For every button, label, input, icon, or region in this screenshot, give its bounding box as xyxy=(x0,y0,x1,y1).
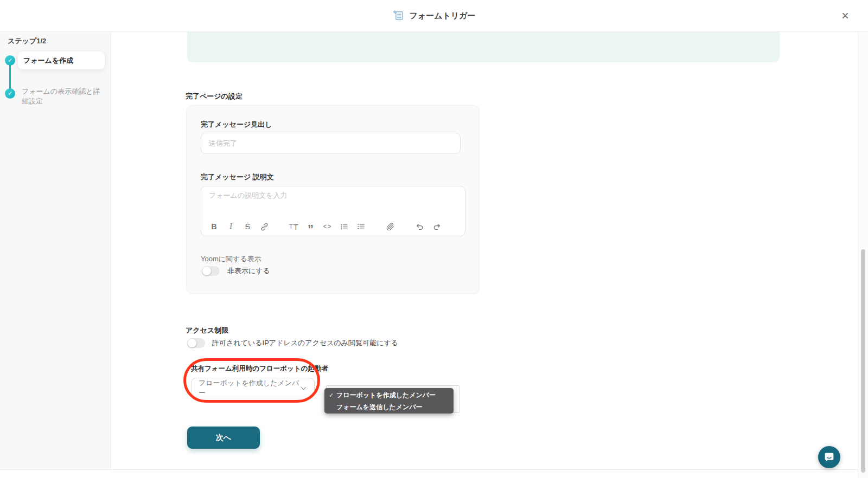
initiator-label: 共有フォーム利用時のフローボットの起動者 xyxy=(191,364,328,373)
heading-icon[interactable]: TT xyxy=(288,221,299,232)
yoom-display-label: Yoomに関する表示 xyxy=(201,254,261,264)
completion-settings-card: 完了メッセージ見出し 完了メッセージ 説明文 フォームの説明文を入力 B I S… xyxy=(186,105,480,294)
chat-bubble-icon xyxy=(824,451,835,463)
undo-icon[interactable] xyxy=(414,221,425,232)
scrollbar-thumb[interactable] xyxy=(861,249,865,473)
yoom-hide-toggle[interactable] xyxy=(202,266,220,276)
initiator-selected-value: フローボットを作成したメンバー xyxy=(199,378,300,398)
access-restriction-heading: アクセス制限 xyxy=(186,326,228,335)
access-toggle-label: 許可されているIPアドレスのアクセスのみ閲覧可能にする xyxy=(212,338,398,348)
scrolled-banner-remainder xyxy=(187,32,780,62)
strikethrough-icon[interactable]: S xyxy=(242,221,253,232)
italic-icon[interactable]: I xyxy=(225,221,237,232)
step-connector-line xyxy=(9,64,11,89)
yoom-toggle-label: 非表示にする xyxy=(227,266,270,276)
step-counter: ステップ1/2 xyxy=(8,36,46,46)
access-toggle-row: 許可されているIPアドレスのアクセスのみ閲覧可能にする xyxy=(187,338,398,348)
link-icon[interactable] xyxy=(259,221,270,232)
toggle-knob xyxy=(202,267,211,275)
bullet-list-icon[interactable] xyxy=(339,221,350,232)
sidebar-item-create-form[interactable]: フォームを作成 xyxy=(18,51,105,69)
bold-icon[interactable]: B xyxy=(208,221,220,232)
modal-title: フォームトリガー xyxy=(392,10,475,22)
message-title-label: 完了メッセージ見出し xyxy=(201,120,272,130)
ip-restriction-toggle[interactable] xyxy=(187,338,205,348)
chat-widget-button[interactable] xyxy=(818,446,840,468)
form-document-icon xyxy=(392,10,404,22)
option-label: フローボットを作成したメンバー xyxy=(336,391,436,400)
scrollbar-track[interactable] xyxy=(858,32,868,478)
toggle-knob xyxy=(188,339,196,347)
initiator-options-popup: ✓ フローボットを作成したメンバー フォームを送信したメンバー xyxy=(324,388,454,414)
option-flowbot-creator[interactable]: ✓ フローボットを作成したメンバー xyxy=(324,389,454,401)
steps-sidebar: ステップ1/2 ✓ ✓ フォームを作成 フォームの表示確認と詳細設定 xyxy=(0,32,111,470)
option-form-submitter[interactable]: フォームを送信したメンバー xyxy=(324,401,454,413)
step2-check-icon: ✓ xyxy=(5,88,15,99)
message-body-editor[interactable]: フォームの説明文を入力 B I S TT ” <> xyxy=(201,186,465,236)
chevron-down-icon xyxy=(300,385,307,392)
modal-title-text: フォームトリガー xyxy=(409,11,475,21)
option-label: フォームを送信したメンバー xyxy=(336,403,423,412)
yoom-toggle-row: 非表示にする xyxy=(202,266,270,276)
completion-page-heading: 完了ページの設定 xyxy=(186,92,242,101)
form-trigger-modal: フォームトリガー × ステップ1/2 ✓ ✓ フォームを作成 フォームの表示確認… xyxy=(0,0,868,478)
check-icon: ✓ xyxy=(329,392,336,399)
editor-placeholder: フォームの説明文を入力 xyxy=(209,191,288,201)
sidebar-item-preview-settings[interactable]: フォームの表示確認と詳細設定 xyxy=(22,87,102,106)
code-icon[interactable]: <> xyxy=(322,221,333,232)
message-body-label: 完了メッセージ 説明文 xyxy=(201,172,274,182)
editor-toolbar: B I S TT ” <> xyxy=(208,221,448,232)
ordered-list-icon[interactable] xyxy=(355,221,367,232)
message-title-input[interactable] xyxy=(201,133,461,154)
close-icon[interactable]: × xyxy=(837,7,854,24)
quote-icon[interactable]: ” xyxy=(305,221,316,232)
attachment-icon[interactable] xyxy=(385,221,396,232)
redo-icon[interactable] xyxy=(431,221,442,232)
modal-header: フォームトリガー × xyxy=(0,0,868,32)
next-button[interactable]: 次へ xyxy=(187,427,260,449)
page-bottom-edge xyxy=(0,469,868,478)
initiator-select[interactable]: フローボットを作成したメンバー xyxy=(191,378,315,398)
